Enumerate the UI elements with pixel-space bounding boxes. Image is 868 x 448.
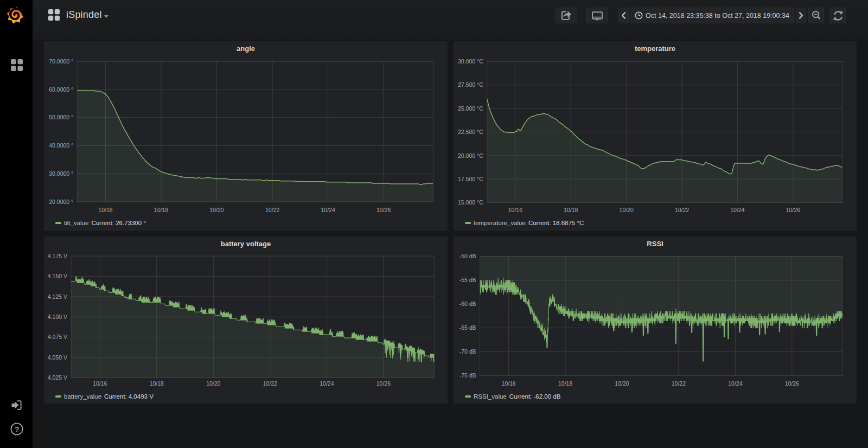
svg-text:50.0000 °: 50.0000 ° [49,114,73,120]
svg-text:10/16: 10/16 [502,380,516,387]
svg-text:30.000 °C: 30.000 °C [458,58,483,65]
svg-text:27.500 °C: 27.500 °C [458,81,483,88]
svg-text:-50 dB: -50 dB [459,253,476,259]
svg-text:10/20: 10/20 [209,207,224,213]
svg-text:70.0000 °: 70.0000 ° [49,57,73,64]
svg-text:10/26: 10/26 [786,207,800,213]
svg-text:30.0000 °: 30.0000 ° [49,170,73,177]
svg-text:battery_valueCurrent: 4.0493 V: battery_valueCurrent: 4.0493 V [64,393,154,400]
svg-text:-55 dB: -55 dB [459,277,476,283]
svg-text:-75 dB: -75 dB [459,372,476,379]
svg-text:10/24: 10/24 [728,380,742,387]
svg-text:10/18: 10/18 [564,207,578,213]
svg-text:10/24: 10/24 [321,207,335,213]
svg-text:10/16: 10/16 [93,380,107,387]
svg-text:-60 dB: -60 dB [459,300,476,307]
svg-text:RSSI_valueCurrent: -62.00 dB: RSSI_valueCurrent: -62.00 dB [474,393,561,400]
svg-text:temperature: temperature [635,44,675,53]
svg-text:temperature_valueCurrent: 18.6: temperature_valueCurrent: 18.6875 °C [474,220,584,226]
svg-text:10/18: 10/18 [558,380,572,387]
svg-text:10/18: 10/18 [150,380,164,387]
svg-text:battery voltage: battery voltage [221,240,271,248]
svg-text:10/26: 10/26 [376,380,391,387]
svg-text:4.100 V: 4.100 V [48,313,67,320]
svg-text:10/22: 10/22 [263,380,277,387]
svg-text:4.025 V: 4.025 V [48,374,67,381]
svg-text:17.500 °C: 17.500 °C [458,175,483,182]
svg-text:10/22: 10/22 [675,207,689,213]
svg-text:60.0000 °: 60.0000 ° [49,86,73,92]
svg-text:angle: angle [237,44,255,53]
svg-text:15.000 °C: 15.000 °C [458,199,483,206]
svg-text:-65 dB: -65 dB [459,324,476,331]
svg-text:-70 dB: -70 dB [459,348,476,355]
svg-text:20.000 °C: 20.000 °C [458,152,483,158]
svg-text:RSSI: RSSI [647,240,663,248]
svg-text:4.150 V: 4.150 V [48,273,67,279]
svg-text:20.0000 °: 20.0000 ° [49,198,73,204]
svg-text:10/16: 10/16 [98,207,112,213]
svg-text:10/22: 10/22 [672,380,686,387]
svg-text:10/22: 10/22 [265,207,279,213]
svg-text:10/20: 10/20 [620,207,634,213]
svg-text:4.125 V: 4.125 V [48,293,67,299]
svg-text:25.000 °C: 25.000 °C [458,105,483,111]
svg-text:4.050 V: 4.050 V [48,354,67,360]
svg-text:10/26: 10/26 [785,380,799,387]
svg-text:10/24: 10/24 [320,380,334,387]
svg-text:?: ? [15,425,19,433]
svg-text:10/24: 10/24 [730,207,744,213]
svg-text:4.075 V: 4.075 V [48,334,67,340]
svg-text:22.500 °C: 22.500 °C [458,129,483,135]
svg-text:10/26: 10/26 [376,207,391,213]
svg-text:10/16: 10/16 [508,207,522,213]
svg-text:tilt_valueCurrent: 26.73300 °: tilt_valueCurrent: 26.73300 ° [64,220,146,226]
svg-text:10/20: 10/20 [206,380,220,387]
svg-text:40.0000 °: 40.0000 ° [49,142,73,149]
svg-text:10/20: 10/20 [615,380,629,387]
svg-text:4.175 V: 4.175 V [48,252,67,259]
svg-text:10/18: 10/18 [154,207,168,213]
